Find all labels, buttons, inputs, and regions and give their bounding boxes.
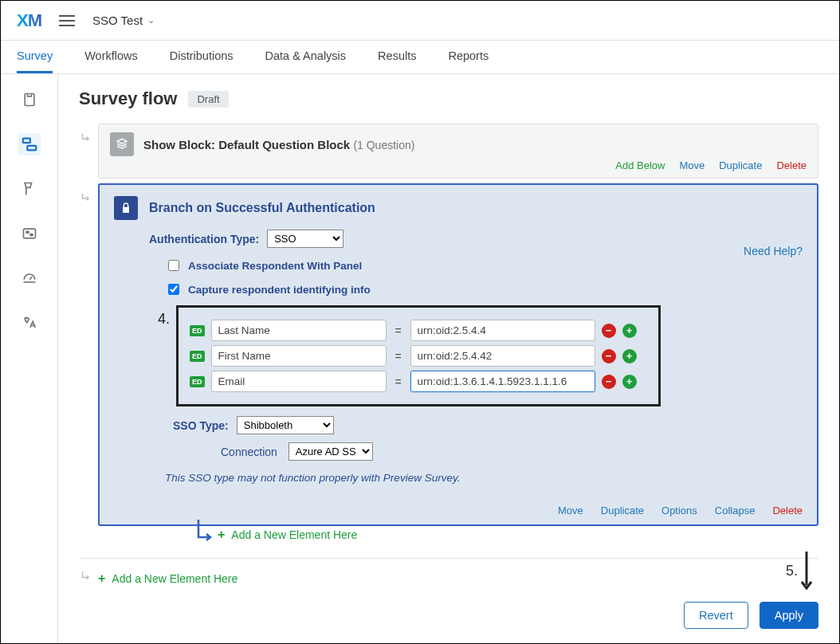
tab-workflows[interactable]: Workflows — [84, 41, 138, 73]
associate-panel-checkbox[interactable] — [168, 260, 179, 271]
field-name-input[interactable] — [211, 320, 387, 341]
block-icon — [110, 132, 134, 156]
rail-translations-icon[interactable] — [18, 312, 41, 334]
add-element-root-button[interactable]: + Add a New Element Here — [98, 571, 818, 586]
capture-fields-box: 4. ED = − + ED — [176, 305, 661, 406]
plus-icon: + — [98, 571, 105, 586]
branch-authenticator-block: Branch on Successful Authentication Need… — [98, 183, 818, 526]
menu-icon[interactable] — [59, 15, 75, 26]
connection-select[interactable]: Azure AD SSO — [289, 442, 373, 461]
annotation-arrow-icon — [799, 552, 814, 594]
show-block: Show Block: Default Question Block (1 Qu… — [98, 124, 818, 179]
page-title: Survey flow — [79, 88, 177, 109]
equals-label: = — [393, 375, 404, 388]
svg-rect-1 — [22, 139, 29, 143]
capture-info-checkbox[interactable] — [168, 284, 179, 295]
tab-reports[interactable]: Reports — [448, 41, 489, 73]
flow-connector-icon — [79, 571, 93, 586]
field-row: ED = − + — [190, 345, 647, 367]
add-field-button[interactable]: + — [622, 375, 637, 389]
field-value-input[interactable] — [410, 371, 595, 392]
apply-button[interactable]: Apply — [760, 602, 818, 629]
associate-panel-label: Associate Respondent With Panel — [188, 260, 362, 272]
delete-button[interactable]: Delete — [776, 159, 807, 171]
rail-look-feel-icon[interactable] — [18, 178, 41, 200]
equals-label: = — [393, 324, 404, 337]
chevron-down-icon: ⌄ — [147, 15, 155, 26]
remove-field-button[interactable]: − — [602, 349, 616, 363]
status-badge: Draft — [188, 91, 228, 108]
sso-type-label: SSO Type: — [173, 419, 229, 432]
duplicate-button[interactable]: Duplicate — [719, 159, 762, 171]
connection-label: Connection — [221, 446, 277, 458]
add-field-button[interactable]: + — [622, 349, 637, 363]
svg-rect-0 — [25, 94, 34, 106]
project-name: SSO Test — [92, 14, 143, 27]
capture-info-label: Capture respondent identifying info — [188, 284, 371, 296]
embedded-data-icon: ED — [190, 325, 205, 336]
main-tabs: Survey Workflows Distributions Data & An… — [1, 41, 839, 74]
field-row: ED = − + — [190, 371, 647, 392]
remove-field-button[interactable]: − — [602, 375, 616, 389]
branch-collapse-button[interactable]: Collapse — [715, 505, 756, 516]
flow-connector-icon — [79, 132, 93, 146]
annotation-step-5: 5. — [786, 563, 798, 579]
rail-options-icon[interactable] — [18, 222, 41, 245]
top-bar: XM SSO Test ⌄ — [1, 1, 839, 41]
annotation-step-4: 4. — [158, 311, 170, 328]
branch-move-button[interactable]: Move — [558, 505, 583, 516]
tab-survey[interactable]: Survey — [17, 41, 53, 73]
branch-duplicate-button[interactable]: Duplicate — [601, 505, 644, 516]
tab-results[interactable]: Results — [378, 41, 416, 73]
app-logo: XM — [17, 10, 41, 31]
remove-field-button[interactable]: − — [602, 324, 616, 338]
main-pane: Survey flow Draft Show Block: Default Qu… — [58, 74, 839, 643]
plus-icon: + — [218, 528, 225, 542]
project-switcher[interactable]: SSO Test ⌄ — [92, 14, 155, 27]
field-value-input[interactable] — [410, 345, 595, 367]
svg-rect-2 — [27, 146, 36, 151]
field-name-input[interactable] — [211, 345, 387, 367]
auth-type-label: Authentication Type: — [149, 233, 259, 245]
field-row: ED = − + — [190, 320, 647, 341]
sso-warning-text: This SSO type may not function properly … — [165, 472, 803, 484]
add-below-button[interactable]: Add Below — [615, 159, 665, 171]
add-element-nested-button[interactable]: + Add a New Element Here — [218, 528, 818, 542]
flow-connector-icon — [195, 520, 216, 551]
svg-rect-3 — [23, 229, 35, 238]
branch-delete-button[interactable]: Delete — [772, 505, 803, 516]
add-field-button[interactable]: + — [622, 324, 637, 338]
branch-title: Branch on Successful Authentication — [149, 201, 375, 215]
need-help-link[interactable]: Need Help? — [744, 245, 803, 257]
tab-data-analysis[interactable]: Data & Analysis — [265, 41, 347, 73]
show-block-title: Show Block: Default Question Block (1 Qu… — [143, 138, 414, 151]
move-button[interactable]: Move — [679, 159, 705, 171]
tab-distributions[interactable]: Distributions — [170, 41, 234, 73]
rail-builder-icon[interactable] — [18, 88, 41, 111]
branch-options-button[interactable]: Options — [661, 505, 697, 516]
field-value-input[interactable] — [410, 320, 595, 341]
rail-survey-flow-icon[interactable] — [18, 133, 41, 155]
revert-button[interactable]: Revert — [684, 602, 748, 629]
rail-quotas-icon[interactable] — [18, 267, 41, 289]
equals-label: = — [393, 350, 404, 363]
flow-connector-icon — [79, 191, 93, 206]
auth-type-select[interactable]: SSO — [267, 230, 343, 248]
embedded-data-icon: ED — [190, 351, 205, 362]
embedded-data-icon: ED — [190, 376, 205, 387]
field-name-input[interactable] — [211, 371, 387, 392]
sso-type-select[interactable]: Shibboleth — [237, 416, 334, 434]
left-rail — [1, 74, 58, 643]
lock-icon — [114, 196, 138, 220]
